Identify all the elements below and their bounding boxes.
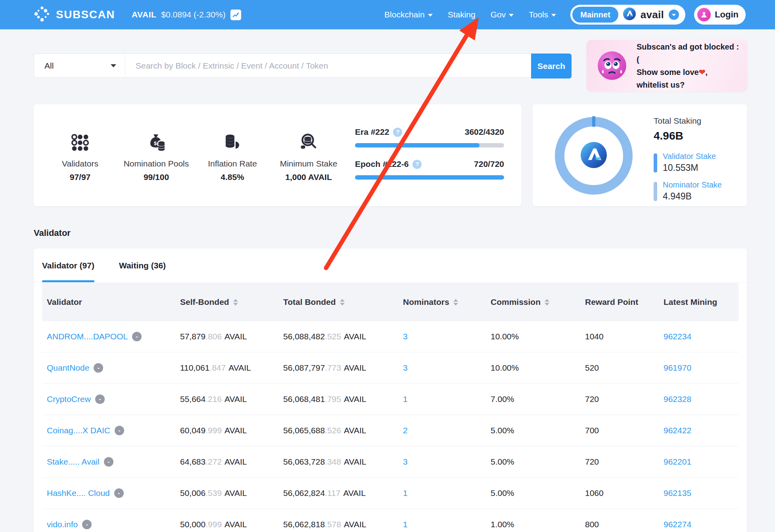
epoch-label: Epoch #222-6 — [355, 159, 409, 169]
price-chart-icon[interactable] — [230, 10, 241, 20]
stat-nomination-pools: $ Nomination Pools 99/100 — [113, 132, 200, 182]
identity-badge-icon: - — [104, 457, 113, 467]
nav-item-staking[interactable]: Staking — [448, 10, 476, 19]
validator-stake-value: 10.553M — [663, 163, 716, 173]
tab-waiting[interactable]: Waiting (36) — [119, 249, 166, 282]
identity-badge-icon: - — [132, 332, 142, 341]
nominators-link[interactable]: 2 — [403, 426, 408, 435]
table-row: QuantNode- 110,061.847AVAIL 56,087,797.7… — [42, 352, 739, 384]
identity-badge-icon: - — [115, 426, 124, 435]
stat-validators: Validators 97/97 — [36, 132, 124, 182]
nominators-link[interactable]: 3 — [403, 457, 408, 466]
validator-link[interactable]: ANDROM....DAPOOL — [47, 332, 128, 341]
table-body: ANDROM....DAPOOL- 57,879.806AVAIL 56,088… — [42, 321, 739, 532]
era-value: 3602/4320 — [465, 127, 504, 137]
era-epoch-block: Era #222 ? 3602/4320 Epoch #222-6 ? 720/… — [355, 127, 504, 180]
stat-label: Validators — [36, 159, 124, 168]
validator-link[interactable]: HashKe.... Cloud — [47, 488, 110, 498]
nav-label-staking: Staking — [448, 10, 476, 19]
validator-stake-group: Validator Stake 10.553M — [654, 152, 722, 173]
table-row: Coinag....X DAIC- 60,049.999AVAIL 56,065… — [42, 415, 739, 446]
nav-label-blockchain: Blockchain — [384, 10, 425, 19]
nominators-link[interactable]: 1 — [403, 520, 408, 529]
identity-badge-icon: - — [82, 520, 92, 529]
epoch-value: 720/720 — [474, 159, 504, 169]
grid-dots-icon — [36, 132, 124, 153]
col-commission: Commission — [491, 297, 585, 307]
nominators-link[interactable]: 1 — [403, 488, 408, 498]
stat-label: Inflation Rate — [189, 159, 276, 168]
block-link[interactable]: 962422 — [664, 426, 691, 435]
nominators-link[interactable]: 1 — [403, 394, 408, 404]
tab-validator[interactable]: Validator (97) — [42, 249, 94, 282]
help-icon[interactable]: ? — [412, 160, 422, 169]
search-button[interactable]: Search — [531, 54, 572, 78]
staking-donut-chart — [555, 117, 633, 195]
table-row: Stake..... Avail- 64,683.272AVAIL 56,063… — [42, 446, 739, 478]
stat-label: Nomination Pools — [113, 159, 200, 168]
money-bag-icon: $ — [113, 132, 200, 153]
tab-waiting-label: Waiting (36) — [119, 261, 166, 270]
heart-icon: ❤ — [699, 68, 706, 77]
svg-text:$: $ — [154, 140, 157, 146]
search-input[interactable] — [125, 54, 571, 77]
nav-item-blockchain[interactable]: Blockchain — [384, 10, 433, 19]
block-link[interactable]: 962135 — [664, 488, 691, 498]
subscan-brand[interactable]: SUBSCAN — [34, 6, 115, 24]
nominators-link[interactable]: 3 — [403, 332, 408, 341]
table-row: HashKe.... Cloud- 50,006.539AVAIL 56,062… — [42, 478, 739, 509]
total-staking-value: 4.96B — [654, 130, 722, 142]
block-link[interactable]: 961970 — [664, 363, 691, 372]
nominators-link[interactable]: 3 — [403, 363, 408, 372]
nav-label-tools: Tools — [529, 10, 548, 19]
era-label: Era #222 — [355, 127, 389, 137]
total-staking-label: Total Staking — [654, 116, 722, 126]
sort-icon[interactable] — [233, 299, 238, 306]
network-selector: Mainnet avail — [570, 5, 685, 25]
stat-minimum-stake: Minimum Stake 1,000 AVAIL — [265, 132, 352, 182]
staking-info: Total Staking 4.96B Validator Stake 10.5… — [654, 116, 722, 202]
tabs-row: Validator (97) Waiting (36) — [34, 249, 747, 283]
nominator-stake-value: 4.949B — [663, 191, 722, 202]
validator-link[interactable]: Stake..... Avail — [47, 457, 100, 467]
validator-stake-link[interactable]: Validator Stake — [663, 152, 716, 161]
validator-stake-swatch — [654, 153, 657, 172]
validator-link[interactable]: Coinag....X DAIC — [47, 426, 110, 435]
validator-link[interactable]: QuantNode — [47, 363, 89, 373]
validator-link[interactable]: CryptoCrew — [47, 394, 91, 404]
sort-icon[interactable] — [340, 299, 345, 306]
block-link[interactable]: 962234 — [664, 332, 691, 341]
block-link[interactable]: 962274 — [664, 520, 691, 529]
stat-value: 4.85% — [189, 172, 276, 182]
mainnet-button[interactable]: Mainnet — [572, 7, 618, 23]
era-progress-fill — [355, 143, 480, 147]
nav-item-gov[interactable]: Gov — [491, 10, 514, 19]
epoch-progress-bar — [355, 175, 504, 180]
search-coins-icon — [265, 132, 352, 153]
help-icon[interactable]: ? — [393, 128, 402, 137]
login-button[interactable]: Login — [694, 5, 746, 25]
nav-item-tools[interactable]: Tools — [529, 10, 556, 19]
crying-emoji-icon — [594, 47, 630, 85]
ad-text: Subscan's ad got blocked :( Show some lo… — [637, 40, 740, 91]
nominator-stake-link[interactable]: Nominator Stake — [663, 180, 722, 189]
network-dropdown-icon[interactable] — [669, 10, 679, 20]
ad-blocked-card: Subscan's ad got blocked :( Show some lo… — [587, 40, 747, 92]
block-link[interactable]: 962201 — [664, 457, 691, 466]
stat-inflation-rate: Inflation Rate 4.85% — [189, 132, 276, 182]
page: SUBSCAN AVAIL $0.0894 (-2.30%) Blockchai… — [0, 0, 775, 532]
validator-ring-segment — [592, 116, 595, 127]
chevron-down-icon — [551, 14, 556, 17]
nav-label-gov: Gov — [491, 10, 506, 19]
table-header: Validator Self-Bonded Total Bonded Nomin… — [42, 283, 739, 321]
sort-icon[interactable] — [453, 299, 458, 306]
table-row: vido.info- 50,000.999AVAIL 56,062,818.57… — [42, 509, 739, 532]
brand-name: SUBSCAN — [56, 8, 115, 21]
search-filter-select[interactable]: All — [34, 54, 125, 77]
identity-badge-icon: - — [114, 488, 124, 498]
nav-links: Blockchain Staking Gov Tools — [384, 10, 556, 19]
block-link[interactable]: 962328 — [664, 394, 691, 404]
sort-icon[interactable] — [545, 299, 549, 306]
validator-link[interactable]: vido.info — [47, 520, 78, 529]
col-reward-point: Reward Point — [585, 297, 664, 307]
